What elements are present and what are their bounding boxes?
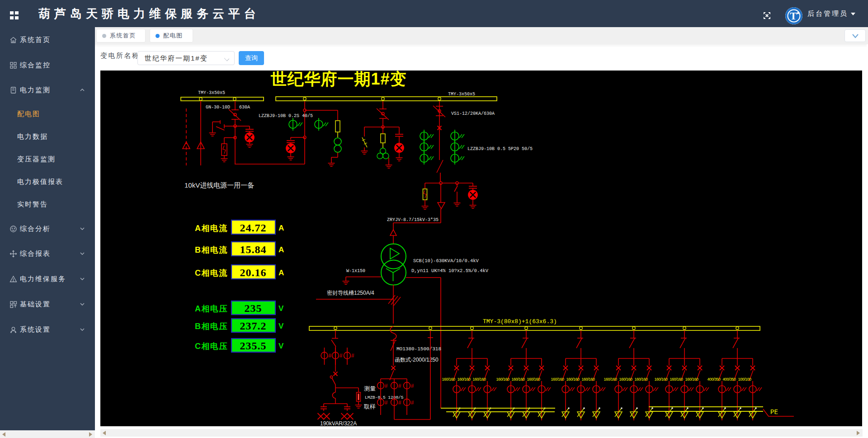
svg-text:237.2: 237.2 [240,320,267,332]
svg-text:235.5: 235.5 [240,340,267,352]
svg-text:A相电压: A相电压 [195,304,228,313]
svg-text:160/160: 160/160 [473,377,486,381]
svg-text:#: # [398,400,401,406]
svg-text:235: 235 [245,302,262,314]
svg-text:W-1x150: W-1x150 [346,268,365,273]
svg-text:取样: 取样 [363,403,376,410]
svg-text:20.16: 20.16 [240,267,267,278]
svg-text:#: # [351,353,354,359]
svg-text:10kV进线电源一用一备: 10kV进线电源一用一备 [184,181,254,189]
svg-text:A: A [278,224,284,232]
svg-text:190kVAR/322A: 190kVAR/322A [320,420,357,426]
svg-text:160/160: 160/160 [442,377,456,381]
svg-text:160/160: 160/160 [582,377,595,381]
svg-text:TMY-3x50x5: TMY-3x50x5 [448,92,475,97]
svg-text:#: # [385,383,388,390]
svg-text:160/160: 160/160 [604,377,618,381]
svg-text:630A: 630A [239,105,250,110]
svg-text:测量: 测量 [364,385,376,392]
svg-text:160/160: 160/160 [635,377,648,381]
svg-text:PE: PE [770,409,778,416]
svg-text:100/100: 100/100 [738,377,752,381]
svg-text:A: A [278,245,284,254]
svg-text:400/350: 400/350 [708,377,721,381]
svg-text:#: # [411,383,414,390]
svg-text:160/160: 160/160 [655,377,668,381]
svg-text:世纪华府一期1#变: 世纪华府一期1#变 [270,71,406,88]
svg-text:V: V [278,304,284,313]
svg-text:160/160: 160/160 [619,377,633,381]
svg-text:400/350: 400/350 [723,377,736,381]
svg-text:#: # [328,353,331,359]
svg-text:LMZB-0.5 1200/5: LMZB-0.5 1200/5 [365,395,404,400]
svg-text:GN-30-10D: GN-30-10D [206,105,230,110]
svg-text:C相电压: C相电压 [195,342,228,351]
svg-text:160/160: 160/160 [458,377,471,381]
svg-text:B相电压: B相电压 [195,322,228,331]
svg-text:160/160: 160/160 [527,377,541,381]
svg-text:#: # [385,400,388,406]
svg-text:#: # [411,400,414,406]
svg-text:160/160: 160/160 [551,377,565,381]
svg-text:LZZBJ9-10B 0.5 5P20 50/5: LZZBJ9-10B 0.5 5P20 50/5 [467,146,533,151]
svg-text:24.72: 24.72 [240,222,267,234]
svg-text:C相电流: C相电流 [195,268,228,278]
svg-text:D,yn11 UK=4% 10?x2.5%/0.4kV: D,yn11 UK=4% 10?x2.5%/0.4kV [411,268,489,273]
svg-text:#: # [340,353,343,359]
svg-text:密封导线槽1250A/4: 密封导线槽1250A/4 [327,290,374,296]
svg-text:160/160: 160/160 [496,377,510,381]
svg-text:TMY-3(80x8)+1(63x6.3): TMY-3(80x8)+1(63x6.3) [483,318,557,325]
svg-text:VS1-12/20KA/630A: VS1-12/20KA/630A [451,111,495,116]
svg-text:15.84: 15.84 [240,244,267,255]
svg-text:ZRYJV-8.7/15kV-3*35: ZRYJV-8.7/15kV-3*35 [387,217,439,222]
svg-text:函数式-2000/1250: 函数式-2000/1250 [395,357,439,363]
svg-text:A相电流: A相电流 [195,224,228,233]
svg-text:V: V [278,322,284,330]
svg-text:T: T [790,10,797,22]
svg-text:160/160: 160/160 [685,377,699,381]
svg-text:B相电流: B相电流 [195,245,228,254]
svg-text:160/160: 160/160 [566,377,580,381]
svg-text:LZZBJ9-10B 0.2S 40/5: LZZBJ9-10B 0.2S 40/5 [259,113,313,118]
svg-text:MO1380-1500/318: MO1380-1500/318 [396,346,441,352]
svg-text:160/160: 160/160 [512,377,525,381]
svg-text:V: V [278,342,284,350]
svg-text:#: # [398,383,401,390]
svg-text:160/160: 160/160 [670,377,684,381]
svg-text:SCB(10)-630KVA/10/0.4kV: SCB(10)-630KVA/10/0.4kV [413,258,479,264]
svg-text:TMY-3x50x5: TMY-3x50x5 [198,90,225,95]
svg-text:A: A [278,268,284,277]
